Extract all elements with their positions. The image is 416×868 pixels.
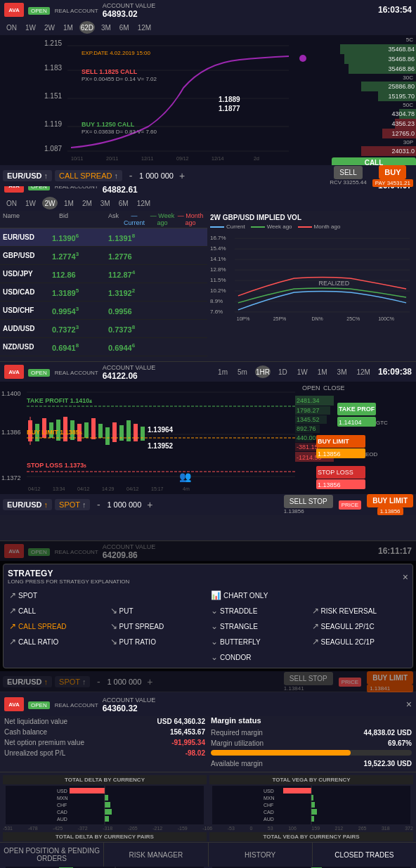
svg-text:892.76: 892.76 [297,425,316,432]
svg-text:CAD: CAD [57,810,67,815]
qty-increase-3[interactable]: + [144,499,155,510]
strat-call[interactable]: ↗ CALL [8,604,106,617]
strat-chart-only[interactable]: 📊 CHART ONLY [209,589,308,602]
strat-put-ratio[interactable]: ↘ PUT RATIO [109,635,207,648]
strategy-selector-1[interactable]: CALL SPREAD ↑ [55,170,122,181]
mw-row-usdjpy[interactable]: USD/JPY 112.86 112.874 [0,265,207,283]
panel-strategy-selector: AVA OPEN REAL ACCOUNT ACCOUNT VALUE 6420… [0,541,416,692]
svg-text:8.9%: 8.9% [210,298,223,304]
ob-row: 15195.70 [332,91,416,101]
tf-on-1[interactable]: ON [4,23,19,32]
nav-risk-manager[interactable]: RISK MANAGER [104,843,208,867]
tf-1m-1[interactable]: 1M [61,23,75,32]
strat-call-ratio[interactable]: ↗ CALL RATIO [8,635,106,648]
strat-seagull-2p1c[interactable]: ↗ SEAGULL 2P/1C [311,620,409,633]
qty-decrease-3[interactable]: - [93,499,104,510]
svg-text:REALIZED: REALIZED [318,280,349,287]
tf-6m-1[interactable]: 6M [117,23,131,32]
panel-options-chart: AVA OPEN REAL ACCOUNT ACCOUNT VALUE 6489… [0,0,416,176]
tf-1m-2[interactable]: 1M [62,199,76,208]
delta-pairs-label: TOTAL DELTA BY CURRENCY PAIRS [3,832,207,841]
svg-text:STOP LOSS 1.1373₅: STOP LOSS 1.1373₅ [27,462,86,469]
svg-text:BUY LIMIT: BUY LIMIT [318,438,349,445]
svg-rect-124 [105,809,112,815]
strategy-main-title: STRATEGY [8,569,129,578]
strat-strangle[interactable]: ⌄ STRANGLE [209,620,308,633]
mw-row-gbpusd[interactable]: GBP/USD 1.27743 1.2776 [0,247,207,265]
delta-currency-svg: USD MXN CHF CAD AUD [6,786,204,824]
open-badge-1: OPEN REAL ACCOUNT [28,6,98,14]
delta-currency-chart: USD MXN CHF CAD AUD [6,786,204,824]
ob-row: 35468.86 [332,64,416,74]
buy-button-1[interactable]: BUY [379,165,406,179]
strategy-selector-3[interactable]: SPOT ↑ [55,499,90,510]
sell-button-1[interactable]: SELL [334,166,362,179]
pair-selector-1[interactable]: EUR/USD ↑ [3,170,52,181]
svg-rect-122 [105,802,110,808]
buy-limit-button[interactable]: BUY LIMIT [367,494,413,507]
delta-currency-label: TOTAL DELTA BY CURRENCY [3,775,207,784]
tf-1w-2[interactable]: 1W [23,199,38,208]
panel1-header: AVA OPEN REAL ACCOUNT ACCOUNT VALUE 6489… [0,0,416,20]
nav-closed-trades[interactable]: CLOSED TRADES [313,843,416,867]
tf-2m-2[interactable]: 2M [80,199,94,208]
account-value-1: ACCOUNT VALUE 64893.02 [103,1,156,19]
strat-risk-reversal[interactable]: ↗ RISK REVERSAL [311,604,409,617]
sell-stop-price: 1.13856 [284,508,333,514]
svg-rect-66 [119,425,124,441]
strat-spot[interactable]: ↗ SPOT [8,589,106,602]
svg-text:USD: USD [57,789,67,793]
nav-history[interactable]: HISTORY [209,843,313,867]
tf-3m-1[interactable]: 3M [99,23,113,32]
qty-increase-1[interactable]: + [176,170,188,181]
mw-row-usdcad[interactable]: USD/CAD 1.31895 1.31922 [0,283,207,302]
svg-rect-62 [91,418,96,439]
strat-butterfly[interactable]: ⌄ BUTTERFLY [209,635,308,648]
strat-empty-5 [311,651,409,663]
strat-condor[interactable]: ⌄ CONDOR [209,651,308,663]
pair-selector-3[interactable]: EUR/USD ↑ [3,499,52,510]
mw-row-nzdusd[interactable]: NZD/USD 0.69418 0.69446 [0,338,207,356]
strat-straddle[interactable]: ⌄ STRADDLE [209,604,308,617]
call-buy-btn[interactable]: CALL [332,157,416,165]
delta-currency-section: TOTAL DELTA BY CURRENCY USD MXN CHF CAD [3,775,207,826]
svg-text:1.13964: 1.13964 [148,426,174,434]
svg-text:1345.52: 1345.52 [297,416,320,423]
tf-2w-1[interactable]: 2W [42,23,57,32]
order-book-1: 5C 35468.84 35468.86 35468.86 30C 25886.… [332,35,416,165]
mw-row-audusd[interactable]: AUD/USD 0.73723 0.73738 [0,320,207,338]
strat-put-spread[interactable]: ↘ PUT SPREAD [109,620,207,633]
vega-currency-chart: USD MXN CHF CAD AUD [212,786,410,824]
open-badge-5: OPEN REAL ACCOUNT [28,700,98,708]
svg-rect-68 [134,424,138,441]
tf-12m-2[interactable]: 12M [135,199,152,208]
svg-rect-132 [311,795,313,801]
svg-text:1.13856: 1.13856 [318,451,341,458]
strat-put[interactable]: ↘ PUT [109,604,207,617]
mw-row-eurusd[interactable]: EUR/USD 1.13906 1.13918 [0,228,207,247]
nav-open-positions[interactable]: OPEN POSITION & PENDING ORDERS [0,843,104,867]
margin-bar-container [211,750,412,756]
svg-text:BUY 1.1250 CALL: BUY 1.1250 CALL [82,121,135,128]
strategy-close-button[interactable]: × [403,571,408,583]
tf-on-2[interactable]: ON [4,199,19,208]
svg-text:EXP.DATE 4.02.2019 15:00: EXP.DATE 4.02.2019 15:00 [82,50,151,56]
panel5-close-button[interactable]: × [406,699,412,710]
strat-seagull-2c1p[interactable]: ↗ SEAGULL 2C/1P [311,635,409,648]
strat-call-spread[interactable]: ↗ CALL SPREAD [8,620,106,633]
tf-1w-1[interactable]: 1W [23,23,38,32]
tf-6m-2[interactable]: 6M [117,199,131,208]
tf-3m-2[interactable]: 3M [98,199,112,208]
tf-2w-2[interactable]: 2W [42,197,58,209]
svg-text:CLOSE: CLOSE [323,384,345,391]
strat-empty-4 [109,651,207,663]
sell-stop-button[interactable]: SELL STOP [284,495,333,508]
tf-62d-1[interactable]: 62D [79,21,95,34]
tf-12m-1[interactable]: 12M [136,23,153,32]
mw-row-usdchf[interactable]: USD/CHF 0.99543 0.9956 [0,302,207,320]
svg-text:1.215: 1.215 [44,39,62,47]
legend-week: Week ago [251,224,292,230]
ob-row: 12765.0 [332,129,416,138]
svg-rect-118 [70,788,105,793]
qty-decrease-1[interactable]: - [125,170,136,181]
